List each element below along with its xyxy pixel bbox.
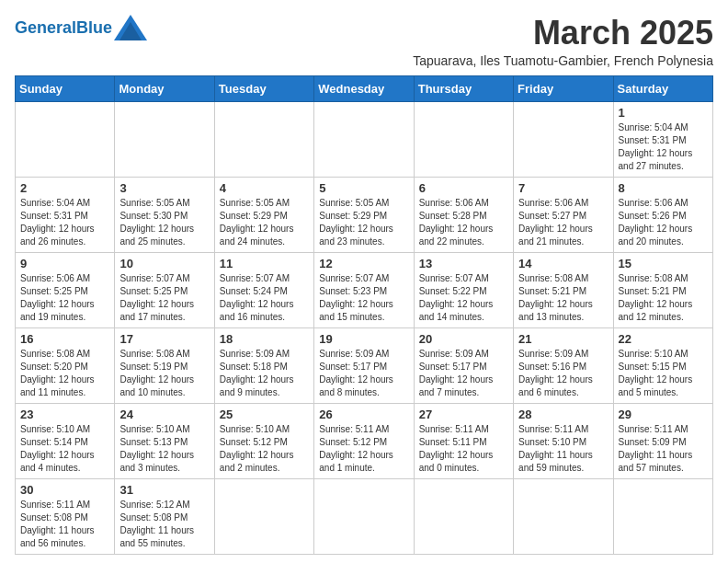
calendar-cell: 28Sunrise: 5:11 AM Sunset: 5:10 PM Dayli… [514, 403, 613, 478]
header-sunday: Sunday [16, 75, 115, 101]
day-info: Sunrise: 5:04 AM Sunset: 5:31 PM Dayligh… [619, 121, 708, 173]
calendar-cell [414, 101, 513, 177]
day-number: 20 [419, 332, 508, 346]
calendar-cell [16, 101, 115, 177]
day-number: 9 [20, 257, 109, 270]
day-number: 30 [20, 483, 109, 497]
calendar-header-row: SundayMondayTuesdayWednesdayThursdayFrid… [16, 75, 713, 101]
day-number: 7 [518, 181, 608, 195]
logo-blue: Blue [76, 18, 112, 37]
logo-icon [114, 15, 147, 40]
day-number: 14 [518, 257, 608, 270]
day-info: Sunrise: 5:05 AM Sunset: 5:29 PM Dayligh… [319, 197, 408, 248]
calendar-cell [214, 101, 313, 177]
header-friday: Friday [514, 75, 613, 101]
day-number: 29 [619, 408, 708, 421]
calendar-cell: 26Sunrise: 5:11 AM Sunset: 5:12 PM Dayli… [314, 403, 414, 478]
day-info: Sunrise: 5:10 AM Sunset: 5:12 PM Dayligh… [220, 423, 309, 475]
day-info: Sunrise: 5:11 AM Sunset: 5:10 PM Dayligh… [518, 423, 608, 475]
calendar-week-4: 16Sunrise: 5:08 AM Sunset: 5:20 PM Dayli… [16, 327, 713, 403]
header-area: GeneralBlue March 2025 Tapuarava, Iles T… [15, 15, 713, 68]
calendar-cell [214, 478, 313, 554]
day-info: Sunrise: 5:04 AM Sunset: 5:31 PM Dayligh… [20, 197, 109, 248]
calendar-cell [314, 101, 414, 177]
calendar-cell: 21Sunrise: 5:09 AM Sunset: 5:16 PM Dayli… [514, 327, 613, 403]
day-info: Sunrise: 5:07 AM Sunset: 5:25 PM Dayligh… [119, 272, 209, 324]
calendar-cell: 31Sunrise: 5:12 AM Sunset: 5:08 PM Dayli… [115, 478, 214, 554]
day-info: Sunrise: 5:09 AM Sunset: 5:17 PM Dayligh… [419, 348, 508, 399]
header-thursday: Thursday [414, 75, 513, 101]
calendar-cell: 24Sunrise: 5:10 AM Sunset: 5:13 PM Dayli… [115, 403, 214, 478]
day-info: Sunrise: 5:11 AM Sunset: 5:09 PM Dayligh… [619, 423, 708, 475]
day-number: 15 [619, 257, 708, 270]
day-info: Sunrise: 5:07 AM Sunset: 5:24 PM Dayligh… [220, 272, 309, 324]
day-info: Sunrise: 5:08 AM Sunset: 5:20 PM Dayligh… [20, 348, 109, 399]
day-info: Sunrise: 5:10 AM Sunset: 5:14 PM Dayligh… [20, 423, 109, 475]
calendar-cell: 18Sunrise: 5:09 AM Sunset: 5:18 PM Dayli… [214, 327, 313, 403]
day-number: 4 [220, 181, 309, 195]
day-number: 8 [619, 181, 708, 195]
day-number: 21 [518, 332, 608, 346]
header-tuesday: Tuesday [214, 75, 313, 101]
header-monday: Monday [115, 75, 214, 101]
calendar-cell: 22Sunrise: 5:10 AM Sunset: 5:15 PM Dayli… [613, 327, 712, 403]
day-number: 24 [119, 408, 209, 421]
calendar-cell: 7Sunrise: 5:06 AM Sunset: 5:27 PM Daylig… [514, 177, 613, 252]
calendar-cell: 12Sunrise: 5:07 AM Sunset: 5:23 PM Dayli… [314, 252, 414, 327]
calendar-cell: 13Sunrise: 5:07 AM Sunset: 5:22 PM Dayli… [414, 252, 513, 327]
day-info: Sunrise: 5:07 AM Sunset: 5:23 PM Dayligh… [319, 272, 408, 324]
day-number: 11 [220, 257, 309, 270]
calendar-cell: 23Sunrise: 5:10 AM Sunset: 5:14 PM Dayli… [16, 403, 115, 478]
calendar-cell: 8Sunrise: 5:06 AM Sunset: 5:26 PM Daylig… [613, 177, 712, 252]
day-info: Sunrise: 5:06 AM Sunset: 5:26 PM Dayligh… [619, 197, 708, 248]
calendar-cell: 3Sunrise: 5:05 AM Sunset: 5:30 PM Daylig… [115, 177, 214, 252]
month-title: March 2025 [413, 15, 713, 52]
day-number: 6 [419, 181, 508, 195]
calendar-cell: 25Sunrise: 5:10 AM Sunset: 5:12 PM Dayli… [214, 403, 313, 478]
day-number: 19 [319, 332, 408, 346]
day-number: 17 [119, 332, 209, 346]
calendar-cell: 11Sunrise: 5:07 AM Sunset: 5:24 PM Dayli… [214, 252, 313, 327]
day-number: 3 [119, 181, 209, 195]
day-info: Sunrise: 5:08 AM Sunset: 5:21 PM Dayligh… [619, 272, 708, 324]
day-info: Sunrise: 5:10 AM Sunset: 5:13 PM Dayligh… [119, 423, 209, 475]
day-number: 5 [319, 181, 408, 195]
day-info: Sunrise: 5:11 AM Sunset: 5:12 PM Dayligh… [319, 423, 408, 475]
calendar-cell: 15Sunrise: 5:08 AM Sunset: 5:21 PM Dayli… [613, 252, 712, 327]
calendar-week-2: 2Sunrise: 5:04 AM Sunset: 5:31 PM Daylig… [16, 177, 713, 252]
calendar-cell: 30Sunrise: 5:11 AM Sunset: 5:08 PM Dayli… [16, 478, 115, 554]
calendar: SundayMondayTuesdayWednesdayThursdayFrid… [15, 75, 713, 555]
day-number: 26 [319, 408, 408, 421]
day-info: Sunrise: 5:10 AM Sunset: 5:15 PM Dayligh… [619, 348, 708, 399]
day-info: Sunrise: 5:08 AM Sunset: 5:19 PM Dayligh… [119, 348, 209, 399]
day-info: Sunrise: 5:09 AM Sunset: 5:16 PM Dayligh… [518, 348, 608, 399]
day-info: Sunrise: 5:07 AM Sunset: 5:22 PM Dayligh… [419, 272, 508, 324]
header-wednesday: Wednesday [314, 75, 414, 101]
day-number: 13 [419, 257, 508, 270]
day-info: Sunrise: 5:12 AM Sunset: 5:08 PM Dayligh… [119, 499, 209, 550]
day-number: 10 [119, 257, 209, 270]
subtitle: Tapuarava, Iles Tuamotu-Gambier, French … [413, 53, 713, 68]
calendar-cell: 2Sunrise: 5:04 AM Sunset: 5:31 PM Daylig… [16, 177, 115, 252]
day-number: 31 [119, 483, 209, 497]
calendar-cell: 29Sunrise: 5:11 AM Sunset: 5:09 PM Dayli… [613, 403, 712, 478]
day-info: Sunrise: 5:09 AM Sunset: 5:18 PM Dayligh… [220, 348, 309, 399]
day-number: 18 [220, 332, 309, 346]
logo-text: GeneralBlue [15, 19, 112, 36]
day-info: Sunrise: 5:06 AM Sunset: 5:27 PM Dayligh… [518, 197, 608, 248]
calendar-cell: 20Sunrise: 5:09 AM Sunset: 5:17 PM Dayli… [414, 327, 513, 403]
logo-general: General [15, 18, 76, 37]
calendar-cell: 6Sunrise: 5:06 AM Sunset: 5:28 PM Daylig… [414, 177, 513, 252]
day-number: 22 [619, 332, 708, 346]
calendar-cell [514, 101, 613, 177]
day-info: Sunrise: 5:08 AM Sunset: 5:21 PM Dayligh… [518, 272, 608, 324]
calendar-cell: 4Sunrise: 5:05 AM Sunset: 5:29 PM Daylig… [214, 177, 313, 252]
calendar-cell: 17Sunrise: 5:08 AM Sunset: 5:19 PM Dayli… [115, 327, 214, 403]
day-number: 23 [20, 408, 109, 421]
calendar-week-3: 9Sunrise: 5:06 AM Sunset: 5:25 PM Daylig… [16, 252, 713, 327]
day-number: 28 [518, 408, 608, 421]
calendar-week-5: 23Sunrise: 5:10 AM Sunset: 5:14 PM Dayli… [16, 403, 713, 478]
day-number: 2 [20, 181, 109, 195]
day-number: 25 [220, 408, 309, 421]
calendar-cell: 14Sunrise: 5:08 AM Sunset: 5:21 PM Dayli… [514, 252, 613, 327]
